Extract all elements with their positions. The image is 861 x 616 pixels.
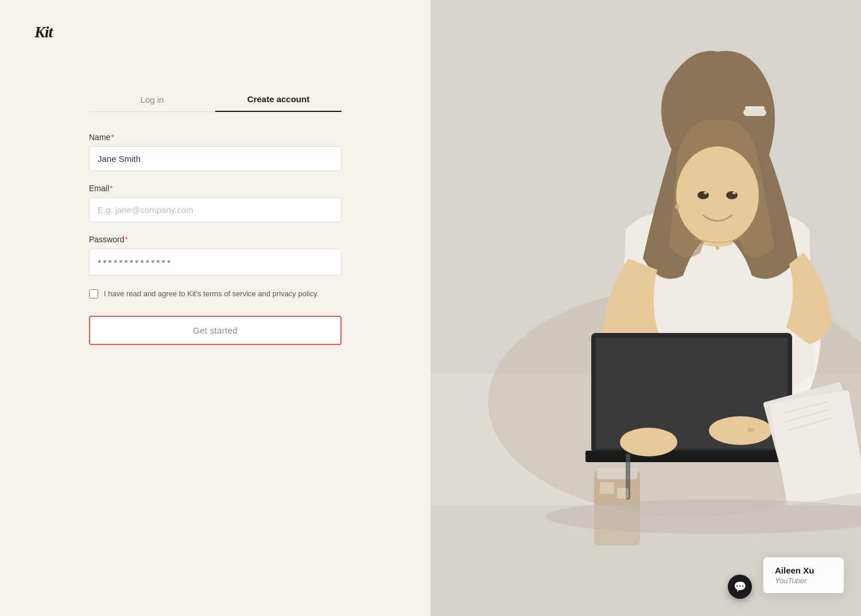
email-label: Email* bbox=[89, 184, 342, 193]
get-started-button[interactable]: Get started bbox=[89, 316, 342, 345]
svg-point-12 bbox=[675, 204, 680, 209]
name-required: * bbox=[111, 133, 114, 142]
svg-point-18 bbox=[709, 416, 772, 445]
password-field-group: Password* bbox=[89, 235, 342, 276]
terms-label[interactable]: I have read and agree to Kit's terms of … bbox=[104, 288, 319, 300]
svg-rect-24 bbox=[617, 488, 629, 498]
svg-rect-23 bbox=[600, 482, 614, 494]
password-label: Password* bbox=[89, 235, 342, 244]
scene-illustration bbox=[430, 0, 861, 616]
password-required: * bbox=[125, 235, 127, 244]
terms-checkbox-row: I have read and agree to Kit's terms of … bbox=[89, 288, 342, 300]
tab-create-account[interactable]: Create account bbox=[215, 87, 342, 112]
form-container: Log in Create account Name* Email* Passw… bbox=[89, 87, 342, 345]
svg-point-8 bbox=[697, 191, 709, 199]
attribution-card: Aileen Xu YouTuber bbox=[763, 557, 844, 593]
svg-point-10 bbox=[704, 192, 707, 194]
svg-point-9 bbox=[726, 191, 738, 199]
chat-button[interactable]: 💬 bbox=[728, 575, 752, 599]
svg-point-17 bbox=[620, 428, 677, 456]
password-input[interactable] bbox=[89, 249, 342, 276]
svg-point-13 bbox=[716, 246, 719, 250]
right-panel: Aileen Xu YouTuber 💬 bbox=[430, 0, 861, 616]
name-field-group: Name* bbox=[89, 133, 342, 171]
tabs: Log in Create account bbox=[89, 87, 342, 112]
svg-rect-5 bbox=[743, 109, 766, 116]
svg-point-11 bbox=[732, 192, 736, 194]
name-label: Name* bbox=[89, 133, 342, 142]
photo-area: Aileen Xu YouTuber bbox=[430, 0, 861, 616]
svg-rect-19 bbox=[747, 428, 754, 432]
terms-checkbox[interactable] bbox=[89, 289, 98, 299]
email-field-group: Email* bbox=[89, 184, 342, 222]
svg-rect-6 bbox=[745, 106, 765, 110]
attribution-title: YouTuber bbox=[775, 576, 832, 585]
left-panel: Kit Log in Create account Name* Email* bbox=[0, 0, 430, 616]
email-input[interactable] bbox=[89, 197, 342, 222]
chat-icon: 💬 bbox=[734, 580, 746, 593]
svg-point-7 bbox=[676, 146, 759, 244]
svg-rect-16 bbox=[585, 451, 798, 462]
logo: Kit bbox=[34, 23, 396, 41]
svg-rect-21 bbox=[597, 468, 637, 479]
attribution-name: Aileen Xu bbox=[775, 565, 832, 575]
email-required: * bbox=[110, 184, 113, 193]
tab-login[interactable]: Log in bbox=[89, 87, 215, 112]
name-input[interactable] bbox=[89, 146, 342, 171]
